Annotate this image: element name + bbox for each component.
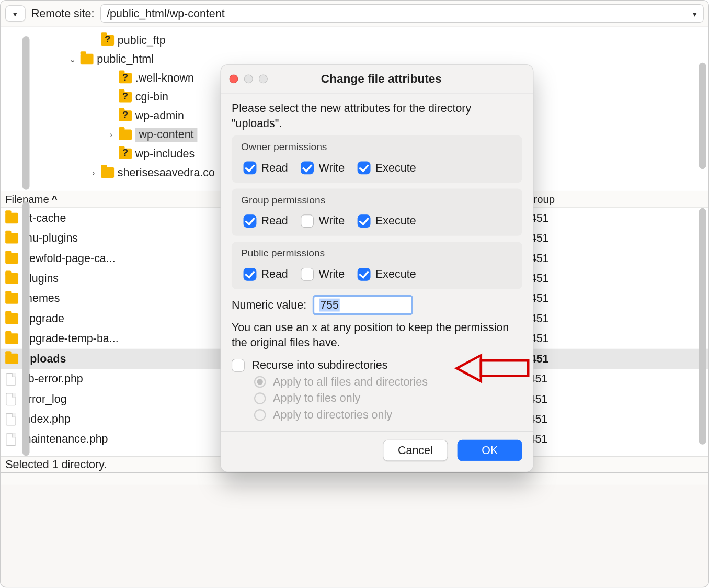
tree-item[interactable]: public_ftp [1, 31, 708, 50]
dialog-title: Change file attributes [273, 72, 489, 86]
perm-write-checkbox[interactable] [301, 268, 314, 281]
folder-icon [81, 54, 94, 64]
annotation-arrow-icon [449, 352, 531, 385]
disclosure-icon[interactable]: › [89, 168, 98, 177]
permission-group: Owner permissionsReadWriteExecute [232, 135, 522, 183]
permission-group: Group permissionsReadWriteExecute [232, 189, 522, 236]
tree-item-label: wp-content [135, 128, 198, 142]
perm-execute-checkbox[interactable] [358, 215, 371, 228]
tree-item-label: cgi-bin [135, 91, 168, 104]
numeric-value-input[interactable]: 755 [312, 295, 413, 315]
numeric-value-row: Numeric value: 755 [232, 295, 522, 315]
titlebar: Change file attributes [221, 65, 533, 93]
tree-item-label: public_html [97, 53, 154, 66]
permission-group: Public permissionsReadWriteExecute [232, 242, 522, 289]
recurse-radio [254, 376, 266, 388]
numeric-value-hint: You can use an x at any position to keep… [232, 320, 522, 350]
folder-icon [5, 273, 18, 284]
perm-read: Read [244, 162, 288, 175]
file-icon [6, 413, 16, 425]
tree-item-label: sherisesaavedra.co [118, 166, 215, 179]
tree-item-label: wp-includes [135, 147, 195, 160]
perm-execute-checkbox[interactable] [358, 162, 371, 175]
scrollbar[interactable] [22, 201, 30, 456]
folder-icon [5, 213, 18, 223]
folder-icon [119, 129, 132, 140]
recurse-option: Apply to files only [254, 392, 522, 405]
chevron-down-icon: ▾ [693, 9, 697, 18]
perm-execute: Execute [358, 162, 416, 175]
perm-execute: Execute [358, 215, 416, 228]
perm-read-checkbox[interactable] [244, 162, 257, 175]
perm-write-checkbox[interactable] [301, 215, 314, 228]
perm-read: Read [244, 215, 288, 228]
perm-execute: Execute [358, 268, 416, 281]
perm-read-checkbox[interactable] [244, 268, 257, 281]
recurse-option-label: Apply to files only [273, 392, 360, 405]
folder-unknown-icon [119, 73, 132, 83]
permission-group-label: Public permissions [232, 242, 522, 263]
recurse-label: Recurse into subdirectories [251, 358, 387, 371]
change-attributes-dialog: Change file attributes Please select the… [220, 64, 533, 472]
sort-asc-icon: ^ [51, 194, 58, 206]
file-icon [6, 433, 16, 446]
perm-write: Write [301, 268, 345, 281]
chevron-down-icon: ▾ [13, 9, 17, 18]
recurse-checkbox[interactable] [232, 358, 245, 371]
scrollbar[interactable] [22, 36, 30, 190]
tree-item-label: wp-admin [135, 109, 184, 122]
folder-unknown-icon [119, 92, 132, 102]
dialog-intro: Please select the new attributes for the… [232, 100, 522, 131]
folder-icon [5, 253, 18, 264]
tree-item-label: public_ftp [118, 33, 166, 47]
perm-execute-label: Execute [375, 268, 416, 281]
recurse-option-label: Apply to all files and directories [273, 375, 428, 388]
recurse-option: Apply to directories only [254, 408, 522, 421]
perm-read-label: Read [261, 268, 288, 281]
cancel-button[interactable]: Cancel [383, 439, 448, 461]
perm-read-label: Read [261, 215, 288, 228]
perm-write-label: Write [319, 268, 345, 281]
perm-write: Write [301, 215, 345, 228]
file-icon [6, 372, 16, 385]
perm-execute-label: Execute [375, 215, 416, 228]
perm-write-label: Write [319, 162, 345, 175]
recurse-option-label: Apply to directories only [273, 408, 392, 421]
disclosure-icon[interactable]: › [107, 130, 116, 140]
remote-path-text: /public_html/wp-content [107, 7, 225, 20]
permission-group-label: Owner permissions [232, 135, 522, 157]
folder-icon [101, 167, 114, 178]
recurse-radio [254, 409, 266, 421]
remote-site-label: Remote site: [31, 7, 95, 20]
folder-icon [5, 313, 18, 324]
disclosure-icon[interactable]: ⌄ [68, 54, 77, 64]
remote-path-bar: ▾ Remote site: /public_html/wp-content ▾ [1, 1, 708, 27]
close-icon[interactable] [229, 74, 238, 83]
remote-path-input[interactable]: /public_html/wp-content ▾ [100, 4, 704, 23]
scrollbar[interactable] [699, 208, 706, 445]
folder-icon [5, 293, 18, 303]
ok-button[interactable]: OK [458, 439, 522, 461]
folder-unknown-icon [101, 35, 114, 46]
perm-read-label: Read [261, 162, 288, 175]
numeric-value-label: Numeric value: [232, 299, 306, 312]
minimize-icon [244, 74, 253, 83]
perm-write-label: Write [319, 215, 345, 228]
perm-read: Read [244, 268, 288, 281]
permission-group-label: Group permissions [232, 189, 522, 210]
file-icon [6, 393, 16, 405]
perm-execute-checkbox[interactable] [358, 268, 371, 281]
maximize-icon [259, 74, 268, 83]
perm-write-checkbox[interactable] [301, 162, 314, 175]
folder-icon [5, 333, 18, 344]
folder-unknown-icon [119, 110, 132, 121]
folder-icon [5, 354, 18, 364]
dialog-buttons: Cancel OK [232, 439, 522, 461]
perm-execute-label: Execute [375, 162, 416, 175]
perm-write: Write [301, 162, 345, 175]
history-dropdown[interactable]: ▾ [5, 5, 25, 22]
tree-item-label: .well-known [135, 72, 194, 85]
perm-read-checkbox[interactable] [244, 215, 257, 228]
folder-unknown-icon [119, 149, 132, 159]
scrollbar[interactable] [699, 63, 706, 169]
